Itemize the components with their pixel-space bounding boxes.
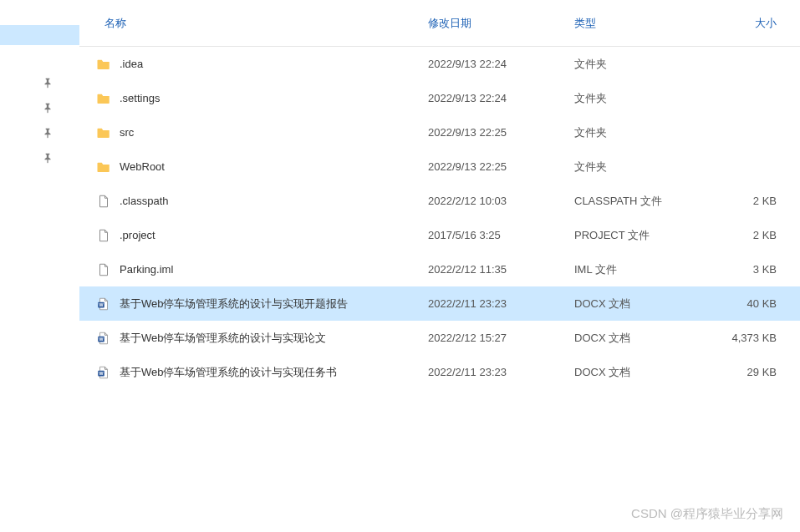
file-date: 2022/2/11 23:23 (428, 297, 574, 310)
file-row[interactable]: W基于Web停车场管理系统的设计与实现论文2022/2/12 15:27DOCX… (79, 321, 800, 355)
file-name: WebRoot (120, 160, 428, 173)
docx-icon: W (96, 365, 111, 380)
file-icon (96, 228, 111, 243)
file-name: 基于Web停车场管理系统的设计与实现开题报告 (120, 296, 428, 312)
folder-icon (96, 160, 111, 175)
file-row[interactable]: .classpath2022/2/12 10:03CLASSPATH 文件2 K… (79, 184, 800, 218)
file-size: 29 KB (704, 366, 783, 378)
folder-icon (96, 125, 111, 140)
svg-text:W: W (99, 337, 104, 342)
file-date: 2022/9/13 22:24 (428, 92, 574, 104)
file-row[interactable]: .settings2022/9/13 22:24文件夹 (79, 81, 800, 115)
file-name: src (120, 126, 428, 139)
file-size: 2 KB (704, 229, 783, 241)
column-header-date[interactable]: 修改日期 (428, 16, 574, 31)
file-size: 40 KB (704, 297, 783, 310)
file-date: 2022/2/11 23:23 (428, 366, 574, 378)
folder-icon (96, 57, 111, 72)
file-type: 文件夹 (574, 125, 704, 140)
file-row[interactable]: src2022/9/13 22:25文件夹 (79, 115, 800, 149)
file-row[interactable]: W基于Web停车场管理系统的设计与实现开题报告2022/2/11 23:23DO… (79, 286, 800, 321)
file-date: 2017/5/16 3:25 (428, 229, 574, 241)
pin-icon (42, 70, 79, 95)
file-type: CLASSPATH 文件 (574, 194, 704, 209)
file-row[interactable]: Parking.iml2022/2/12 11:35IML 文件3 KB (79, 252, 800, 286)
file-name: Parking.iml (120, 263, 428, 276)
file-type: 文件夹 (574, 160, 704, 175)
file-type: 文件夹 (574, 57, 704, 72)
docx-icon: W (96, 296, 111, 312)
file-size: 3 KB (704, 263, 783, 276)
file-date: 2022/2/12 11:35 (428, 263, 574, 276)
column-header-size[interactable]: 大小 (704, 16, 783, 31)
file-icon (96, 194, 111, 209)
file-type: 文件夹 (574, 91, 704, 106)
file-type: DOCX 文档 (574, 331, 704, 346)
file-list-panel: 名称 修改日期 类型 大小 .idea2022/9/13 22:24文件夹.se… (79, 0, 800, 532)
svg-text:W: W (99, 371, 104, 376)
file-type: DOCX 文档 (574, 296, 704, 312)
file-date: 2022/9/13 22:25 (428, 126, 574, 139)
file-name: 基于Web停车场管理系统的设计与实现论文 (120, 331, 428, 346)
file-type: PROJECT 文件 (574, 228, 704, 243)
pin-icon (42, 95, 79, 120)
file-name: .classpath (120, 195, 428, 207)
file-name: .settings (120, 92, 428, 104)
column-header-type[interactable]: 类型 (574, 16, 704, 31)
file-type: IML 文件 (574, 262, 704, 277)
file-list: .idea2022/9/13 22:24文件夹.settings2022/9/1… (79, 47, 800, 389)
file-row[interactable]: WebRoot2022/9/13 22:25文件夹 (79, 149, 800, 184)
file-name: 基于Web停车场管理系统的设计与实现任务书 (120, 365, 428, 380)
folder-icon (96, 91, 111, 106)
pin-icon (42, 145, 79, 170)
file-date: 2022/9/13 22:25 (428, 160, 574, 173)
file-row[interactable]: .idea2022/9/13 22:24文件夹 (79, 47, 800, 81)
pin-icon (42, 120, 79, 145)
sidebar-selected-item[interactable] (0, 25, 79, 45)
svg-text:W: W (99, 302, 104, 307)
file-date: 2022/2/12 10:03 (428, 195, 574, 207)
file-icon (96, 262, 111, 277)
column-header-name[interactable]: 名称 (104, 16, 428, 31)
file-name: .project (120, 229, 428, 241)
file-type: DOCX 文档 (574, 365, 704, 380)
file-date: 2022/2/12 15:27 (428, 332, 574, 344)
file-row[interactable]: .project2017/5/16 3:25PROJECT 文件2 KB (79, 218, 800, 252)
file-name: .idea (120, 58, 428, 70)
file-size: 4,373 KB (704, 332, 783, 344)
sidebar (0, 0, 79, 532)
file-row[interactable]: W基于Web停车场管理系统的设计与实现任务书2022/2/11 23:23DOC… (79, 355, 800, 389)
quick-access-pins (0, 70, 79, 170)
file-size: 2 KB (704, 195, 783, 207)
file-date: 2022/9/13 22:24 (428, 58, 574, 70)
column-header-row: 名称 修改日期 类型 大小 (79, 0, 800, 47)
docx-icon: W (96, 331, 111, 346)
